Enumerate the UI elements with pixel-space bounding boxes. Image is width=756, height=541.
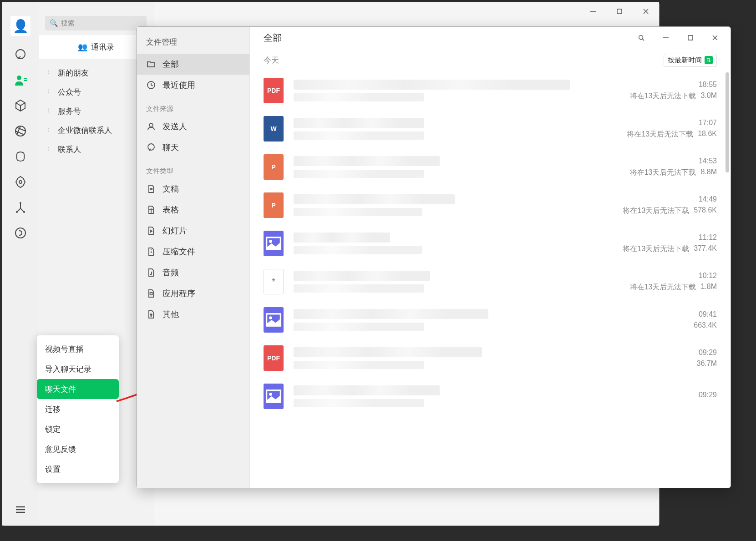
file-other-icon: ? (146, 309, 156, 319)
fm-scrollbar[interactable] (726, 72, 729, 172)
svg-point-40 (269, 393, 272, 396)
settings-gear-icon[interactable] (14, 175, 27, 189)
fm-sb-doc[interactable]: 文稿 (137, 178, 249, 199)
file-meta: 14:49将在13天后无法下载578.6K (623, 195, 717, 216)
file-row[interactable]: P14:53将在13天后无法下载8.8M (264, 148, 717, 186)
chevron-right-icon: 〉 (47, 88, 53, 96)
sparkle-icon[interactable] (14, 201, 27, 214)
fm-section-type: 文件类型 (137, 158, 249, 178)
file-row[interactable]: PDF09:2936.7M (264, 339, 717, 377)
fm-sb-all[interactable]: 全部 (137, 54, 249, 75)
chevron-right-icon: 〉 (47, 107, 53, 115)
folder-icon (146, 59, 156, 69)
svg-point-10 (20, 202, 21, 203)
presentation-icon (146, 226, 156, 236)
fm-titlebar: 全部 (250, 27, 731, 49)
fm-main: 全部 今天 按最新时间 ⇅ PDF18:55将在13天后无法下载3.0MW17:… (250, 27, 731, 488)
file-name-area (294, 347, 619, 369)
file-meta: 09:29 (626, 391, 717, 402)
svg-point-12 (24, 212, 25, 212)
svg-rect-32 (688, 35, 693, 40)
fm-sb-other[interactable]: ? 其他 (137, 304, 249, 325)
fm-sb-audio[interactable]: 音频 (137, 262, 249, 283)
hamburger-popup-menu: 视频号直播导入聊天记录聊天文件迁移锁定意见反馈设置 (37, 335, 119, 483)
fm-maximize-button[interactable] (680, 29, 700, 47)
file-name-area (294, 233, 615, 254)
svg-point-11 (16, 212, 17, 212)
svg-point-29 (639, 35, 643, 40)
fm-sb-app[interactable]: 应用程序 (137, 283, 249, 304)
popup-menu-item[interactable]: 导入聊天记录 (37, 359, 119, 379)
fm-sort-button[interactable]: 按最新时间 ⇅ (664, 54, 717, 67)
search-input[interactable]: 🔍 搜索 (45, 16, 147, 30)
minimize-button[interactable] (580, 2, 606, 20)
file-name-area (294, 309, 619, 331)
person-icon: 👥 (78, 42, 87, 52)
miniprogram-icon[interactable] (14, 226, 27, 240)
file-row[interactable]: *10:12将在13天后无法下载1.8M (264, 263, 717, 301)
fm-sb-slide[interactable]: 幻灯片 (137, 220, 249, 241)
popup-menu-item[interactable]: 视频号直播 (37, 339, 119, 359)
popup-menu-item[interactable]: 意见反馈 (37, 439, 119, 459)
file-type-icon: * (264, 269, 284, 294)
fm-sb-sheet[interactable]: 表格 (137, 199, 249, 220)
svg-text:?: ? (150, 313, 152, 317)
collapse-item[interactable]: 〉新的朋友 (39, 63, 153, 82)
popup-menu-item[interactable]: 聊天文件 (37, 379, 119, 399)
file-name-area (294, 156, 619, 178)
fm-sb-recent[interactable]: 最近使用 (137, 75, 249, 96)
chat-icon[interactable] (14, 48, 27, 61)
svg-rect-1 (617, 9, 622, 14)
fm-date-label: 今天 (264, 55, 279, 66)
fm-close-button[interactable] (705, 29, 725, 47)
collapse-item[interactable]: 〉公众号 (39, 82, 153, 101)
file-type-icon: PDF (264, 78, 284, 103)
file-type-icon (264, 384, 284, 409)
collapse-item[interactable]: 〉企业微信联系人 (39, 121, 153, 140)
left-rail: 👤 (2, 2, 39, 526)
file-type-icon (264, 307, 284, 333)
svg-point-19 (148, 144, 154, 150)
svg-point-18 (149, 123, 153, 127)
contacts-icon[interactable] (14, 73, 27, 87)
collapse-item[interactable]: 〉服务号 (39, 101, 153, 121)
file-row[interactable]: 09:29 (264, 377, 717, 415)
fm-sb-chat[interactable]: 聊天 (137, 137, 249, 158)
fm-sidebar-title: 文件管理 (137, 34, 249, 54)
file-name-area (294, 118, 619, 140)
file-name-area (294, 385, 619, 407)
spreadsheet-icon (146, 205, 156, 215)
popup-menu-item[interactable]: 迁移 (37, 399, 119, 419)
file-meta: 11:12将在13天后无法下载377.4K (623, 233, 717, 254)
fm-file-list: PDF18:55将在13天后无法下载3.0MW17:07将在13天后无法下载18… (250, 71, 731, 488)
person-icon (146, 121, 156, 131)
search-icon: 🔍 (50, 19, 58, 27)
popup-menu-item[interactable]: 锁定 (37, 419, 119, 439)
maximize-button[interactable] (606, 2, 633, 20)
file-meta: 14:53将在13天后无法下载8.8M (626, 157, 717, 177)
fm-section-source: 文件来源 (137, 96, 249, 116)
fm-sb-sender[interactable]: 发送人 (137, 116, 249, 137)
channels-icon[interactable] (14, 150, 27, 163)
fm-toolbar: 今天 按最新时间 ⇅ (250, 49, 731, 71)
popup-menu-item[interactable]: 设置 (37, 459, 119, 479)
fm-minimize-button[interactable] (656, 29, 676, 47)
file-row[interactable]: PDF18:55将在13天后无法下载3.0M (264, 71, 717, 110)
svg-rect-27 (150, 293, 152, 295)
file-row[interactable]: P14:49将在13天后无法下载578.6K (264, 186, 717, 224)
fm-search-button[interactable] (631, 29, 651, 47)
fm-sb-archive[interactable]: 压缩文件 (137, 241, 249, 262)
svg-point-4 (16, 50, 25, 59)
close-button[interactable] (633, 2, 659, 20)
file-row[interactable]: 11:12将在13天后无法下载377.4K (264, 224, 717, 263)
file-row[interactable]: W17:07将在13天后无法下载18.6K (264, 110, 717, 148)
avatar[interactable]: 👤 (10, 16, 30, 36)
file-meta: 10:12将在13天后无法下载1.8M (626, 272, 717, 292)
file-type-icon: P (264, 192, 284, 218)
aperture-icon[interactable] (14, 124, 27, 138)
file-row[interactable]: 09:41663.4K (264, 301, 717, 339)
cube-icon[interactable] (14, 99, 27, 112)
contacts-management[interactable]: 👥 通讯录 (39, 35, 153, 59)
hamburger-menu-icon[interactable] (14, 503, 27, 516)
collapse-item[interactable]: 〉联系人 (39, 140, 153, 159)
